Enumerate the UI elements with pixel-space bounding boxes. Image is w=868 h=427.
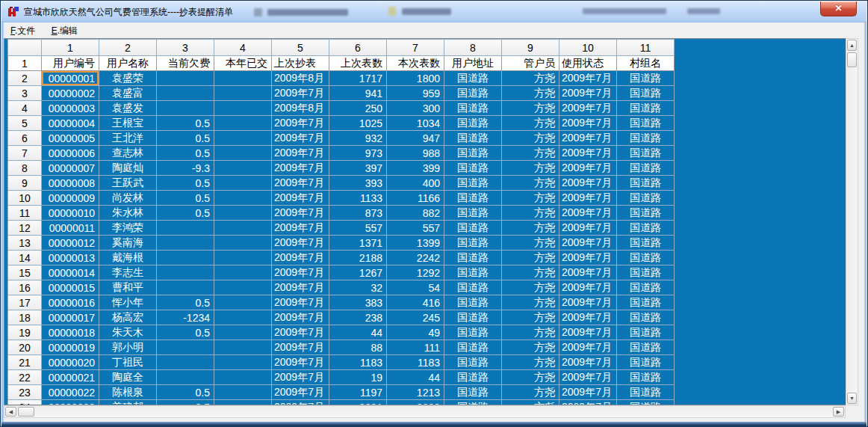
grid-cell[interactable] <box>157 280 214 295</box>
grid-cell[interactable]: 国道路 <box>444 71 502 86</box>
grid-cell[interactable]: 00000019 <box>42 340 99 355</box>
row-header[interactable]: 13 <box>8 236 42 251</box>
grid-cell[interactable]: 方尧 <box>502 370 559 385</box>
grid-cell[interactable]: 2009年7月 <box>272 325 329 340</box>
grid-cell[interactable] <box>214 310 272 325</box>
grid-cell[interactable]: 1213 <box>387 385 444 400</box>
field-name-cell[interactable]: 本次表数 <box>387 56 444 71</box>
grid-cell[interactable]: 2009年7月 <box>559 370 617 385</box>
grid-cell[interactable]: 1717 <box>329 71 387 86</box>
column-header[interactable]: 2 <box>99 40 157 56</box>
grid-cell[interactable]: 245 <box>387 310 444 325</box>
column-header[interactable]: 8 <box>444 40 502 56</box>
grid-cell[interactable]: 国道路 <box>617 71 675 86</box>
grid-cell[interactable]: 袁盛发 <box>99 101 157 116</box>
grid-cell[interactable]: 0.5 <box>157 385 214 400</box>
grid-cell[interactable]: 尚发林 <box>99 191 157 206</box>
vertical-scroll-thumb[interactable] <box>847 52 857 67</box>
grid-cell[interactable]: 国道路 <box>444 206 502 221</box>
grid-cell[interactable]: 2009年7月 <box>559 206 617 221</box>
grid-cell[interactable]: 2009年7月 <box>559 101 617 116</box>
grid-cell[interactable]: 国道路 <box>444 191 502 206</box>
grid-cell[interactable]: 国道路 <box>617 400 675 406</box>
field-name-cell[interactable]: 上次抄表 <box>272 56 329 71</box>
grid-cell[interactable]: 查志林 <box>99 146 157 161</box>
grid-cell[interactable]: 873 <box>329 206 387 221</box>
grid-cell[interactable] <box>214 191 272 206</box>
grid-cell[interactable]: 2009年7月 <box>559 265 617 280</box>
grid-cell[interactable]: 2009年7月 <box>559 221 617 236</box>
grid-cell[interactable]: 国道路 <box>617 221 675 236</box>
row-header[interactable]: 14 <box>8 251 42 265</box>
grid-cell[interactable]: 方尧 <box>502 340 559 355</box>
row-header[interactable]: 21 <box>8 355 42 370</box>
grid-cell[interactable]: 2009年7月 <box>272 221 329 236</box>
grid-cell[interactable]: 49 <box>387 325 444 340</box>
grid-cell[interactable] <box>157 71 214 86</box>
grid-cell[interactable]: 2009年7月 <box>559 310 617 325</box>
field-name-cell[interactable]: 本年已交 <box>214 56 272 71</box>
grid-cell[interactable]: 国道路 <box>444 310 502 325</box>
grid-cell[interactable]: 19 <box>329 370 387 385</box>
grid-cell[interactable]: 399 <box>387 161 444 176</box>
grid-cell[interactable]: 国道路 <box>444 176 502 191</box>
menu-edit[interactable]: E.编辑 <box>45 22 84 38</box>
grid-cell[interactable]: 方尧 <box>502 191 559 206</box>
grid-cell[interactable]: 2009年7月 <box>559 385 617 400</box>
column-header[interactable]: 7 <box>387 40 444 56</box>
column-header[interactable]: 6 <box>329 40 387 56</box>
horizontal-scrollbar[interactable]: ◀ ▶ <box>4 405 846 418</box>
grid-cell[interactable]: 2009年7月 <box>272 295 329 310</box>
grid-cell[interactable]: 国道路 <box>617 191 675 206</box>
grid-cell[interactable]: 0.5 <box>157 146 214 161</box>
grid-cell[interactable]: 300 <box>387 101 444 116</box>
row-header[interactable]: 2 <box>8 71 42 86</box>
grid-cell[interactable]: 416 <box>387 295 444 310</box>
grid-cell[interactable]: 国道路 <box>617 131 675 146</box>
grid-cell[interactable]: 方尧 <box>502 86 559 101</box>
grid-cell[interactable]: 国道路 <box>444 221 502 236</box>
grid-cell[interactable]: 方尧 <box>502 251 559 265</box>
grid-cell[interactable]: 国道路 <box>617 355 675 370</box>
horizontal-scroll-thumb[interactable] <box>18 407 34 417</box>
grid-cell[interactable]: 国道路 <box>444 236 502 251</box>
grid-cell[interactable] <box>214 265 272 280</box>
grid-cell[interactable]: 2009年7月 <box>559 191 617 206</box>
grid-cell[interactable] <box>157 340 214 355</box>
grid-cell[interactable]: 李志生 <box>99 265 157 280</box>
grid-cell[interactable]: 袁盛富 <box>99 86 157 101</box>
grid-cell[interactable]: 2009年7月 <box>559 355 617 370</box>
grid-cell[interactable]: 国道路 <box>617 101 675 116</box>
grid-cell[interactable]: 方尧 <box>502 236 559 251</box>
grid-cell[interactable]: 2009年7月 <box>559 280 617 295</box>
field-name-cell[interactable]: 上次表数 <box>329 56 387 71</box>
grid-cell[interactable]: 国道路 <box>617 146 675 161</box>
grid-cell[interactable]: 方尧 <box>502 355 559 370</box>
grid-cell[interactable] <box>214 176 272 191</box>
column-header[interactable]: 4 <box>214 40 272 56</box>
scroll-left-button[interactable]: ◀ <box>5 407 16 417</box>
grid-cell[interactable]: 方尧 <box>502 221 559 236</box>
grid-cell[interactable]: 1166 <box>387 191 444 206</box>
grid-cell[interactable]: 00000002 <box>42 86 99 101</box>
grid-cell[interactable]: 国道路 <box>617 310 675 325</box>
grid-cell[interactable]: 国道路 <box>444 400 502 406</box>
field-name-cell[interactable]: 当前欠费 <box>157 56 214 71</box>
grid-cell[interactable]: 国道路 <box>444 295 502 310</box>
grid-cell[interactable]: 2009年7月 <box>272 116 329 131</box>
grid-cell[interactable]: 2299 <box>387 400 444 406</box>
grid-cell[interactable]: 国道路 <box>444 86 502 101</box>
grid-cell[interactable]: 国道路 <box>444 146 502 161</box>
scroll-down-button[interactable]: ▼ <box>847 393 857 404</box>
grid-cell[interactable] <box>157 236 214 251</box>
grid-cell[interactable]: 国道路 <box>617 161 675 176</box>
close-button[interactable]: ✕ <box>820 1 857 16</box>
grid-cell[interactable]: 00000008 <box>42 176 99 191</box>
grid-cell[interactable] <box>214 370 272 385</box>
grid-cell[interactable]: 1800 <box>387 71 444 86</box>
grid-corner-cell[interactable] <box>8 40 42 56</box>
grid-cell[interactable] <box>214 385 272 400</box>
grid-cell[interactable]: 朱水林 <box>99 206 157 221</box>
grid-cell[interactable]: 国道路 <box>617 370 675 385</box>
grid-cell[interactable]: 2009年7月 <box>559 325 617 340</box>
